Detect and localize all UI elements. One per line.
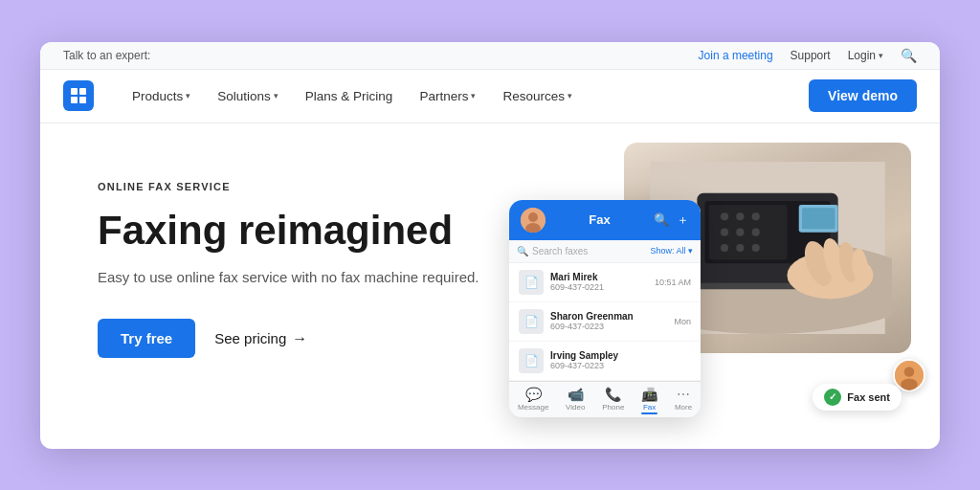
fax-icon: 📠 xyxy=(641,387,657,402)
svg-rect-10 xyxy=(709,205,788,259)
join-meeting-link[interactable]: Join a meeting xyxy=(699,49,773,62)
solutions-chevron-icon: ▾ xyxy=(274,91,278,100)
fax-tab-indicator xyxy=(641,412,657,414)
svg-point-13 xyxy=(752,212,760,220)
message-icon: 💬 xyxy=(525,387,542,402)
floating-avatar xyxy=(893,359,925,391)
nav-products[interactable]: Products ▾ xyxy=(132,89,190,103)
fax-item-time-0: 10:51 AM xyxy=(655,278,691,287)
fax-list-item-0[interactable]: 📄 Mari Mirek 609-437-0221 10:51 AM xyxy=(509,263,701,302)
svg-rect-3 xyxy=(79,97,86,103)
try-free-button[interactable]: Try free xyxy=(98,319,195,358)
svg-rect-0 xyxy=(71,88,78,95)
fax-item-name-1: Sharon Greenman xyxy=(550,311,667,322)
hero-title: Faxing reimagined xyxy=(98,208,519,254)
app-search-bar[interactable]: 🔍 Search faxes Show: All ▾ xyxy=(509,240,701,263)
svg-rect-2 xyxy=(71,97,78,103)
view-demo-button[interactable]: View demo xyxy=(809,79,917,112)
fax-document-icon-2: 📄 xyxy=(519,348,544,373)
fax-item-info-2: Irving Sampley 609-437-0223 xyxy=(550,350,684,370)
logo-icon xyxy=(63,80,94,111)
browser-window: Talk to an expert: Join a meeting Suppor… xyxy=(40,42,940,449)
fax-list-item-2[interactable]: 📄 Irving Sampley 609-437-0223 xyxy=(509,342,701,381)
app-show-all[interactable]: Show: All ▾ xyxy=(650,246,693,256)
login-button[interactable]: Login ▾ xyxy=(848,49,883,62)
video-icon: 📹 xyxy=(568,387,584,402)
svg-rect-9 xyxy=(802,208,835,229)
app-header-avatar xyxy=(521,208,546,233)
svg-point-18 xyxy=(736,243,744,251)
fax-list: 📄 Mari Mirek 609-437-0221 10:51 AM 📄 Sha… xyxy=(509,263,701,381)
nav-items: Products ▾ Solutions ▾ Plans & Pricing P… xyxy=(132,89,809,103)
app-nav-more[interactable]: ⋯ More xyxy=(675,387,692,414)
app-nav-message[interactable]: 💬 Message xyxy=(518,387,548,414)
products-chevron-icon: ▾ xyxy=(186,91,190,100)
svg-point-31 xyxy=(901,378,918,390)
hero-actions: Try free See pricing → xyxy=(98,319,519,358)
app-card-header: Fax 🔍 ＋ xyxy=(509,200,701,240)
fax-item-name-2: Irving Sampley xyxy=(550,350,684,361)
top-bar: Talk to an expert: Join a meeting Suppor… xyxy=(40,42,940,70)
app-nav-message-label: Message xyxy=(518,403,548,412)
top-bar-right: Join a meeting Support Login ▾ 🔍 xyxy=(699,48,917,63)
svg-point-16 xyxy=(752,228,760,235)
nav-resources[interactable]: Resources ▾ xyxy=(502,89,572,103)
svg-point-30 xyxy=(904,367,915,377)
app-nav-fax-label: Fax xyxy=(643,403,656,412)
logo xyxy=(63,80,94,111)
fax-sent-checkmark-icon: ✓ xyxy=(824,389,841,406)
svg-point-12 xyxy=(736,212,744,220)
svg-rect-1 xyxy=(79,88,86,95)
main-nav: Products ▾ Solutions ▾ Plans & Pricing P… xyxy=(40,70,940,123)
support-link[interactable]: Support xyxy=(791,49,831,62)
svg-point-27 xyxy=(528,212,538,222)
fax-item-name-0: Mari Mirek xyxy=(550,272,648,282)
app-nav-more-label: More xyxy=(675,403,692,412)
app-ui-card: Fax 🔍 ＋ 🔍 Search faxes Show: All ▾ 📄 xyxy=(509,200,701,417)
top-bar-expert: Talk to an expert: xyxy=(63,49,150,62)
arrow-right-icon: → xyxy=(292,330,307,347)
fax-list-item-1[interactable]: 📄 Sharon Greenman 609-437-0223 Mon xyxy=(509,302,701,342)
svg-point-17 xyxy=(721,243,728,251)
app-nav-phone[interactable]: 📞 Phone xyxy=(602,387,624,414)
fax-sent-badge: ✓ Fax sent xyxy=(813,384,902,411)
nav-solutions[interactable]: Solutions ▾ xyxy=(217,89,278,103)
fax-sent-label: Fax sent xyxy=(847,391,890,403)
login-label: Login xyxy=(848,49,876,62)
partners-chevron-icon: ▾ xyxy=(471,91,476,100)
hero-content: ONLINE FAX SERVICE Faxing reimagined Eas… xyxy=(98,162,519,359)
app-nav-video-label: Video xyxy=(566,403,585,412)
app-card-title: Fax xyxy=(546,212,654,227)
hero-section: ONLINE FAX SERVICE Faxing reimagined Eas… xyxy=(40,123,940,449)
app-search-placeholder: Search faxes xyxy=(532,246,646,256)
svg-point-11 xyxy=(721,212,728,220)
see-pricing-link[interactable]: See pricing → xyxy=(214,330,307,347)
fax-document-icon: 📄 xyxy=(519,270,544,295)
hero-label: ONLINE FAX SERVICE xyxy=(98,181,519,192)
nav-partners[interactable]: Partners ▾ xyxy=(419,89,476,103)
fax-item-time-1: Mon xyxy=(674,317,691,326)
app-search-magnify-icon: 🔍 xyxy=(517,246,528,256)
hero-visuals: Fax 🔍 ＋ 🔍 Search faxes Show: All ▾ 📄 xyxy=(509,143,911,449)
phone-icon: 📞 xyxy=(605,387,621,402)
app-bottom-nav: 💬 Message 📹 Video 📞 Phone 📠 Fax xyxy=(509,381,701,417)
fax-item-info-0: Mari Mirek 609-437-0221 xyxy=(550,272,648,292)
login-chevron-icon: ▾ xyxy=(879,51,883,60)
app-nav-fax[interactable]: 📠 Fax xyxy=(641,387,657,414)
app-add-icon[interactable]: ＋ xyxy=(677,212,689,229)
resources-chevron-icon: ▾ xyxy=(568,91,572,100)
app-search-icon[interactable]: 🔍 xyxy=(654,212,669,227)
app-nav-video[interactable]: 📹 Video xyxy=(566,387,585,414)
fax-item-number-2: 609-437-0223 xyxy=(550,361,684,370)
fax-document-icon-1: 📄 xyxy=(519,309,544,334)
hero-subtitle: Easy to use online fax service with no f… xyxy=(98,267,519,289)
fax-item-number-0: 609-437-0221 xyxy=(550,282,648,292)
app-nav-phone-label: Phone xyxy=(602,403,624,412)
app-header-icons: 🔍 ＋ xyxy=(654,212,689,229)
svg-point-15 xyxy=(736,228,744,235)
svg-point-19 xyxy=(752,243,760,251)
search-icon[interactable]: 🔍 xyxy=(901,48,917,63)
svg-point-14 xyxy=(721,228,728,235)
more-icon: ⋯ xyxy=(677,387,690,402)
nav-plans-pricing[interactable]: Plans & Pricing xyxy=(305,89,393,103)
